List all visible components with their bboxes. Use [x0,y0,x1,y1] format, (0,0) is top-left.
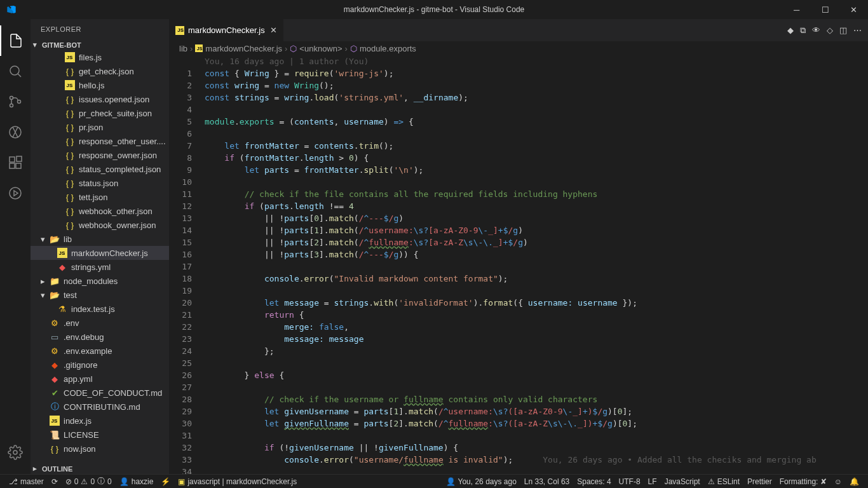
window-controls: ─ ☐ ✕ [782,0,868,19]
cursor-position[interactable]: Ln 33, Col 63 [520,477,573,486]
action-icon[interactable]: ◇ [827,25,833,36]
tab-markdownchecker[interactable]: JS markdownChecker.js ✕ [169,19,284,41]
action-icon[interactable]: 👁 [812,25,820,36]
sidebar-title: EXPLORER [31,19,169,39]
tree-item[interactable]: ◆.gitignore [31,358,169,372]
close-icon[interactable]: ✕ [270,25,277,35]
user-icon: 👤 [119,477,129,486]
tree-item[interactable]: ▾📂test [31,288,169,302]
tree-item[interactable]: ▭.env.debug [31,330,169,344]
tree-item[interactable]: ⚙.env [31,316,169,330]
feedback-icon[interactable]: ☺ [831,477,846,486]
activity-bar [0,19,31,474]
tree-item[interactable]: JShello.js [31,78,169,92]
live-share-icon[interactable] [0,178,31,208]
tree-item[interactable]: ▸📁node_modules [31,274,169,288]
tree-item[interactable]: { }status_completed.json [31,162,169,176]
blame-status[interactable]: 👤You, 26 days ago [442,477,520,486]
maximize-button[interactable]: ☐ [811,0,839,19]
tab-actions: ◆ ⧉ 👁 ◇ ◫ ⋯ [787,25,868,36]
breadcrumbs[interactable]: lib › JS markdownChecker.js › ⬡ <unknown… [169,41,868,55]
search-icon[interactable] [0,56,31,86]
tree-item[interactable]: { }pr_check_suite.json [31,106,169,120]
explorer-icon[interactable] [0,25,31,56]
breadcrumb-item[interactable]: markdownChecker.js [205,44,282,53]
tree-item[interactable]: { }webhook_other.json [31,204,169,218]
tree-item[interactable]: JSfiles.js [31,50,169,64]
eol-indicator[interactable]: LF [644,477,661,486]
tree-item[interactable]: ◆app.yml [31,372,169,386]
tabs: JS markdownChecker.js ✕ ◆ ⧉ 👁 ◇ ◫ ⋯ [169,19,868,41]
outline-label: OUTLINE [42,465,72,473]
sync-icon: ⟳ [51,477,58,486]
branch-indicator[interactable]: ⎇master [5,477,48,486]
tree-item[interactable]: ⚗index.test.js [31,302,169,316]
code-editor[interactable]: 1234567891011121314151617181920212223242… [169,55,868,474]
project-name: GITME-BOT [42,41,81,49]
tree-item[interactable]: { }status.json [31,176,169,190]
user-icon: 👤 [446,477,456,486]
tree-item[interactable]: ⚙.env.example [31,344,169,358]
tree-item[interactable]: { }now.json [31,442,169,456]
tree-item[interactable]: { }issues.opened.json [31,92,169,106]
svg-point-9 [10,187,21,199]
editor-area: JS markdownChecker.js ✕ ◆ ⧉ 👁 ◇ ◫ ⋯ lib … [169,19,868,474]
bell-icon[interactable]: 🔔 [846,477,863,486]
warning-icon: ⚠ [81,477,88,486]
tree-item[interactable]: ◆strings.yml [31,260,169,274]
lang-indicator[interactable]: ▣ javascript | markdownChecker.js [174,477,301,486]
formatting-indicator[interactable]: Formatting: ✘ [776,477,831,486]
svg-point-1 [10,97,13,100]
action-icon[interactable]: ◆ [787,25,794,36]
tree-item[interactable]: JSindex.js [31,414,169,428]
tree-item[interactable]: ▾📂lib [31,232,169,246]
tree-item[interactable]: ⓘCONTRIBUTING.md [31,400,169,414]
action-icon[interactable]: ⧉ [800,25,806,36]
tree-item[interactable]: 📜LICENSE [31,428,169,442]
bolt-icon[interactable]: ⚡ [157,477,174,486]
tree-item[interactable]: { }tett.json [31,190,169,204]
minimize-button[interactable]: ─ [782,0,811,19]
svg-rect-7 [16,163,21,168]
extensions-icon[interactable] [0,147,31,178]
branch-icon: ⎇ [9,477,18,486]
split-editor-icon[interactable]: ◫ [839,25,847,36]
line-numbers: 1234567891011121314151617181920212223242… [169,55,205,474]
info-icon: ⓘ [97,476,105,487]
tree-item[interactable]: { }webhook_owner.json [31,218,169,232]
error-icon: ⊘ [65,477,72,486]
breadcrumb-item[interactable]: <unknown> [299,44,342,53]
settings-icon[interactable] [0,437,31,468]
window-title: markdownChecker.js - gitme-bot - Visual … [344,5,525,14]
sidebar: EXPLORER ▾GITME-BOT JSfiles.js{ }get_che… [31,19,169,474]
source-control-icon[interactable] [0,86,31,117]
breadcrumb-item[interactable]: module.exports [360,44,416,53]
outline-header[interactable]: ▸OUTLINE [31,463,169,474]
encoding-indicator[interactable]: UTF-8 [615,477,644,486]
tree-item[interactable]: { }response_other_user.... [31,134,169,148]
svg-point-0 [10,66,19,75]
sync-indicator[interactable]: ⟳ [48,477,62,486]
debug-icon[interactable] [0,117,31,147]
tree-item[interactable]: { }resposne_owner.json [31,148,169,162]
problems-indicator[interactable]: ⊘0 ⚠0 ⓘ0 [62,476,116,487]
file-tree: JSfiles.js{ }get_check.jsonJShello.js{ }… [31,50,169,463]
breadcrumb-item[interactable]: lib [179,44,187,53]
eslint-indicator[interactable]: ⚠ESLint [704,477,743,486]
code-content[interactable]: You, 16 days ago | 1 author (You) const … [205,55,868,474]
more-icon[interactable]: ⋯ [853,25,862,36]
js-icon: JS [175,26,184,35]
tree-item[interactable]: { }get_check.json [31,64,169,78]
svg-point-2 [10,104,13,107]
live-share-status[interactable]: 👤haxzie [116,477,158,486]
tree-item[interactable]: { }pr.json [31,120,169,134]
close-button[interactable]: ✕ [839,0,868,19]
tab-label: markdownChecker.js [188,25,265,35]
tree-item[interactable]: ✔CODE_OF_CONDUCT.md [31,386,169,400]
indent-indicator[interactable]: Spaces: 4 [573,477,614,486]
prettier-indicator[interactable]: Prettier [743,477,776,486]
project-header[interactable]: ▾GITME-BOT [31,39,169,50]
warning-icon: ⚠ [708,477,715,486]
language-indicator[interactable]: JavaScript [661,477,704,486]
tree-item[interactable]: JSmarkdownChecker.js [31,246,169,260]
